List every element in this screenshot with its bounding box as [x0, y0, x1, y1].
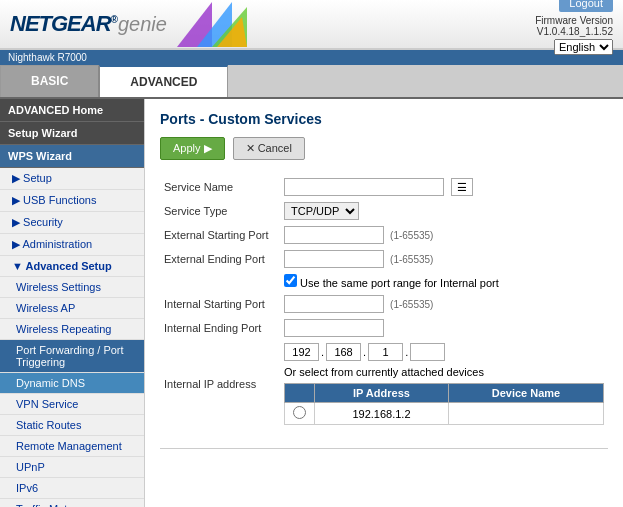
internal-ending-port-input[interactable]: [284, 319, 384, 337]
main-layout: ADVANCED Home Setup Wizard WPS Wizard ▶ …: [0, 99, 623, 507]
ip-octet-3[interactable]: [368, 343, 403, 361]
device-bar: Nighthawk R7000: [0, 50, 623, 65]
language-select[interactable]: English: [554, 39, 613, 55]
logo-decoration: [177, 2, 247, 47]
external-ending-port-input[interactable]: [284, 250, 384, 268]
external-starting-port-input[interactable]: [284, 226, 384, 244]
action-buttons: Apply ▶ ✕ Cancel: [160, 137, 608, 160]
sidebar-item-security[interactable]: ▶ Security: [0, 212, 144, 234]
cancel-button[interactable]: ✕ Cancel: [233, 137, 305, 160]
port-range-checkbox[interactable]: [284, 274, 297, 287]
internal-starting-port-cell: (1-65535): [280, 292, 608, 316]
firmware-info: Firmware Version V1.0.4.18_1.1.52: [535, 15, 613, 37]
sidebar-item-wps-wizard[interactable]: WPS Wizard: [0, 145, 144, 168]
device-name-cell: [448, 403, 603, 425]
internal-ip-cell: . . . Or select from currently attached …: [280, 340, 608, 428]
table-row: 192.168.1.2: [285, 403, 604, 425]
tab-basic[interactable]: BASIC: [0, 65, 99, 97]
ip-octet-2[interactable]: [326, 343, 361, 361]
service-name-input[interactable]: [284, 178, 444, 196]
sidebar-item-administration[interactable]: ▶ Administration: [0, 234, 144, 256]
service-type-cell: TCP/UDP: [280, 199, 608, 223]
col-device-header: Device Name: [448, 384, 603, 403]
sidebar-item-static-routes[interactable]: Static Routes: [0, 415, 144, 436]
port-range-label: Use the same port range for Internal por…: [300, 277, 499, 289]
header-right: Logout Firmware Version V1.0.4.18_1.1.52…: [535, 0, 613, 55]
tab-advanced[interactable]: ADVANCED: [99, 65, 228, 97]
external-ending-port-label: External Ending Port: [160, 247, 280, 271]
external-starting-port-cell: (1-65535): [280, 223, 608, 247]
service-type-label: Service Type: [160, 199, 280, 223]
header: NETGEAR®genie Logout Firmware Version V1…: [0, 0, 623, 50]
sidebar-item-upnp[interactable]: UPnP: [0, 457, 144, 478]
internal-ip-label: Internal IP address: [160, 340, 280, 428]
sidebar-item-setup-wizard[interactable]: Setup Wizard: [0, 122, 144, 145]
sidebar-item-vpn-service[interactable]: VPN Service: [0, 394, 144, 415]
port-hint-1: (1-65535): [390, 230, 433, 241]
apply-button[interactable]: Apply ▶: [160, 137, 225, 160]
device-radio[interactable]: [293, 406, 306, 419]
col-ip-header: IP Address: [315, 384, 449, 403]
sidebar: ADVANCED Home Setup Wizard WPS Wizard ▶ …: [0, 99, 145, 507]
device-table: IP Address Device Name 192.168.1.2: [284, 383, 604, 425]
port-hint-2: (1-65535): [390, 254, 433, 265]
internal-ending-port-label: Internal Ending Port: [160, 316, 280, 340]
sidebar-item-advanced-setup[interactable]: ▼ Advanced Setup: [0, 256, 144, 277]
internal-ending-port-cell: [280, 316, 608, 340]
col-select: [285, 384, 315, 403]
port-hint-3: (1-65535): [390, 299, 433, 310]
sidebar-item-traffic-meter[interactable]: Traffic Meter: [0, 499, 144, 507]
content-area: Ports - Custom Services Apply ▶ ✕ Cancel…: [145, 99, 623, 507]
service-name-label: Service Name: [160, 175, 280, 199]
logo-area: NETGEAR®genie: [10, 2, 247, 47]
sidebar-item-ipv6[interactable]: IPv6: [0, 478, 144, 499]
page-title: Ports - Custom Services: [160, 111, 608, 127]
netgear-logo: NETGEAR®genie: [10, 11, 167, 37]
sidebar-item-wireless-repeating[interactable]: Wireless Repeating: [0, 319, 144, 340]
or-select-label: Or select from currently attached device…: [284, 366, 604, 378]
service-name-cell: ☰: [280, 175, 608, 199]
service-type-select[interactable]: TCP/UDP: [284, 202, 359, 220]
form-table: Service Name ☰ Service Type TCP/UDP Exte…: [160, 175, 608, 428]
external-starting-port-label: External Starting Port: [160, 223, 280, 247]
logout-button[interactable]: Logout: [559, 0, 613, 12]
ip-octet-1[interactable]: [284, 343, 319, 361]
sidebar-item-wireless-ap[interactable]: Wireless AP: [0, 298, 144, 319]
sidebar-item-wireless-settings[interactable]: Wireless Settings: [0, 277, 144, 298]
sidebar-item-advanced-home[interactable]: ADVANCED Home: [0, 99, 144, 122]
empty-label: [160, 271, 280, 292]
sidebar-item-dynamic-dns[interactable]: Dynamic DNS: [0, 373, 144, 394]
sidebar-item-port-forwarding[interactable]: Port Forwarding / Port Triggering: [0, 340, 144, 373]
tab-bar: BASIC ADVANCED: [0, 65, 623, 99]
service-name-icon[interactable]: ☰: [451, 178, 473, 196]
device-ip: 192.168.1.2: [315, 403, 449, 425]
sidebar-item-remote-management[interactable]: Remote Management: [0, 436, 144, 457]
internal-starting-port-input[interactable]: [284, 295, 384, 313]
sidebar-item-setup[interactable]: ▶ Setup: [0, 168, 144, 190]
port-range-cell: Use the same port range for Internal por…: [280, 271, 608, 292]
separator: [160, 448, 608, 449]
ip-octet-4[interactable]: [410, 343, 445, 361]
external-ending-port-cell: (1-65535): [280, 247, 608, 271]
sidebar-item-usb-functions[interactable]: ▶ USB Functions: [0, 190, 144, 212]
internal-starting-port-label: Internal Starting Port: [160, 292, 280, 316]
